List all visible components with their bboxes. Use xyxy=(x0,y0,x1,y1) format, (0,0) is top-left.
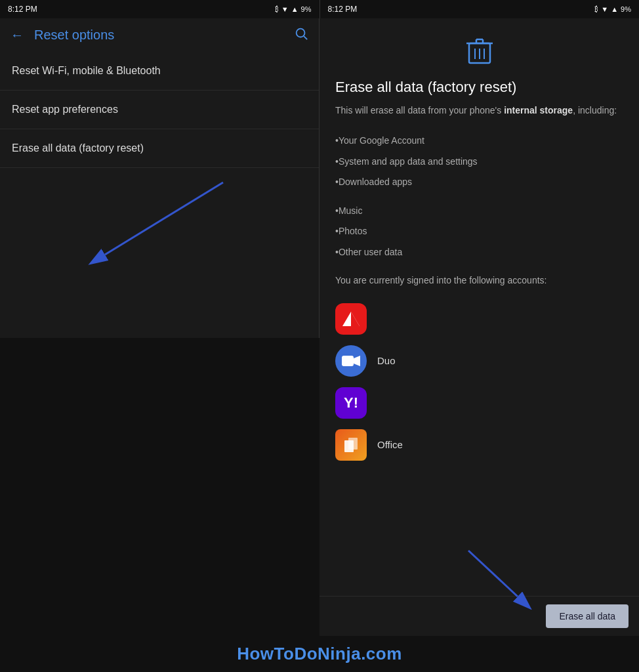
right-bluetooth-icon: ₿ xyxy=(594,5,598,13)
svg-rect-14 xyxy=(342,356,354,366)
erase-item-2: •Downloaded apps xyxy=(335,172,623,193)
svg-rect-17 xyxy=(348,438,358,450)
right-status-icons: ₿ ▼ ▲ 9% xyxy=(594,5,631,13)
right-signal-icon: ▲ xyxy=(611,5,618,13)
erase-item-3: •Music xyxy=(335,201,623,222)
adobe-icon xyxy=(335,303,367,335)
watermark: HowToDoNinja.com xyxy=(0,636,639,672)
reset-options-screen: ← Reset options Reset Wi-Fi, mobile & Bl… xyxy=(0,18,320,338)
bottom-bar: Erase all data xyxy=(320,596,639,636)
screens-container: ← Reset options Reset Wi-Fi, mobile & Bl… xyxy=(0,18,639,636)
toolbar: ← Reset options xyxy=(0,18,319,52)
svg-marker-15 xyxy=(354,356,360,366)
svg-line-1 xyxy=(304,36,307,39)
erase-all-data-button[interactable]: Erase all data xyxy=(546,604,629,628)
menu-item-factory-reset[interactable]: Erase all data (factory reset) xyxy=(0,129,319,168)
back-button[interactable]: ← xyxy=(10,28,24,43)
left-status-icons: ₿ ▼ ▲ 9% xyxy=(275,5,312,13)
account-item-duo: Duo xyxy=(335,340,623,382)
svg-marker-13 xyxy=(351,312,360,326)
bluetooth-icon: ₿ xyxy=(275,5,279,13)
wifi-icon: ▼ xyxy=(281,5,289,13)
right-status-bar: 8:12 PM ₿ ▼ ▲ 9% xyxy=(320,0,640,18)
accounts-description: You are currently signed into the follow… xyxy=(335,274,623,287)
right-wifi-icon: ▼ xyxy=(601,5,608,13)
erase-item-4: •Photos xyxy=(335,221,623,242)
erase-item-0: •Your Google Account xyxy=(335,131,623,152)
menu-list: Reset Wi-Fi, mobile & Bluetooth Reset ap… xyxy=(0,52,319,338)
signal-icon: ▲ xyxy=(291,5,299,13)
menu-item-app-prefs[interactable]: Reset app preferences xyxy=(0,91,319,129)
erase-list: •Your Google Account •System and app dat… xyxy=(335,131,623,263)
accounts-section: You are currently signed into the follow… xyxy=(335,274,623,466)
search-button[interactable] xyxy=(294,26,308,44)
duo-label: Duo xyxy=(377,355,396,366)
right-battery-icon: 9% xyxy=(621,5,631,13)
erase-content: Erase all data (factory reset) This will… xyxy=(320,18,639,596)
account-item-adobe xyxy=(335,298,623,340)
yahoo-icon: Y! xyxy=(335,387,367,419)
status-bars: 8:12 PM ₿ ▼ ▲ 9% 8:12 PM ₿ ▼ ▲ 9% xyxy=(0,0,639,18)
erase-item-5: •Other user data xyxy=(335,242,623,263)
office-icon xyxy=(335,429,367,461)
menu-item-wifi[interactable]: Reset Wi-Fi, mobile & Bluetooth xyxy=(0,52,319,91)
left-panel: ← Reset options Reset Wi-Fi, mobile & Bl… xyxy=(0,18,320,636)
office-label: Office xyxy=(377,439,403,450)
trash-icon xyxy=(466,37,493,66)
svg-point-0 xyxy=(297,29,305,37)
erase-description: This will erase all data from your phone… xyxy=(335,104,623,117)
left-status-bar: 8:12 PM ₿ ▼ ▲ 9% xyxy=(0,0,320,18)
battery-icon: 9% xyxy=(301,5,312,13)
erase-item-1: •System and app data and settings xyxy=(335,152,623,173)
right-panel: Erase all data (factory reset) This will… xyxy=(320,18,639,636)
left-time: 8:12 PM xyxy=(8,5,37,14)
duo-icon xyxy=(335,345,367,377)
right-time: 8:12 PM xyxy=(328,5,358,14)
screen-title: Reset options xyxy=(34,28,283,43)
account-item-office: Office xyxy=(335,424,623,466)
erase-title: Erase all data (factory reset) xyxy=(335,79,623,96)
trash-icon-wrapper xyxy=(335,37,623,68)
account-item-yahoo: Y! xyxy=(335,382,623,424)
